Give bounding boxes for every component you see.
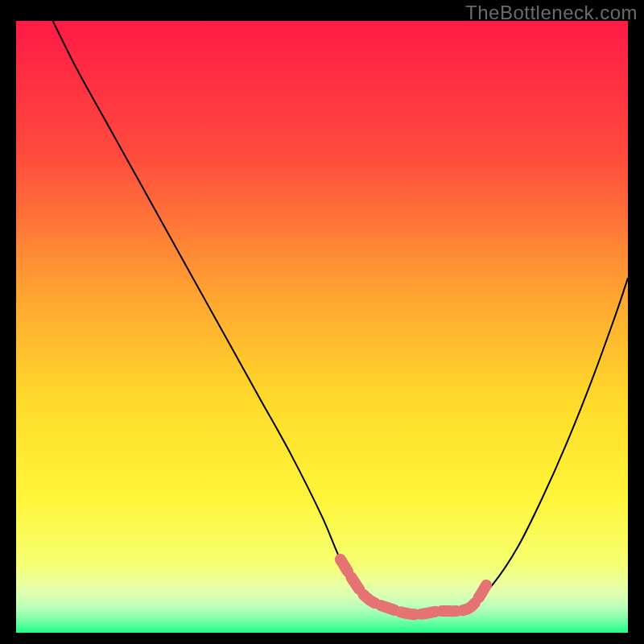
plot-area <box>16 21 628 633</box>
optimal-range-marker <box>341 559 487 614</box>
chart-svg <box>16 21 628 633</box>
watermark-text: TheBottleneck.com <box>465 2 638 24</box>
bottleneck-curve <box>53 21 628 615</box>
chart-frame: TheBottleneck.com <box>0 0 644 644</box>
